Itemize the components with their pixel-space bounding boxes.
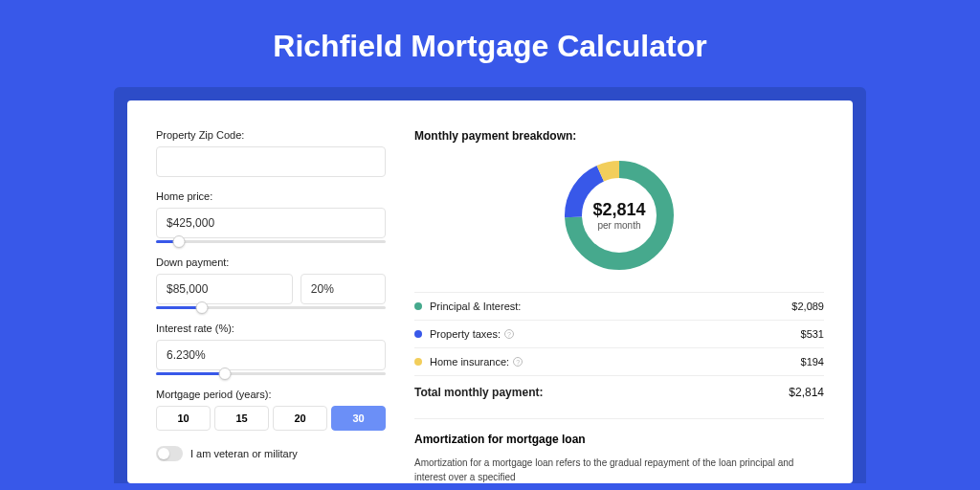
dot-icon (414, 330, 422, 338)
info-icon[interactable]: ? (504, 329, 514, 339)
zip-label: Property Zip Code: (156, 129, 386, 141)
slider-thumb-icon[interactable] (219, 368, 232, 380)
legend-value: $2,089 (791, 301, 824, 312)
amortization-title: Amortization for mortgage loan (414, 433, 824, 446)
legend-label: Home insurance: ? (430, 356, 801, 368)
interest-label: Interest rate (%): (156, 323, 386, 334)
legend-text: Property taxes: (430, 328, 501, 340)
legend-taxes: Property taxes: ? $531 (414, 320, 824, 347)
down-payment-label: Down payment: (156, 256, 386, 268)
total-value: $2,814 (789, 386, 824, 399)
dot-icon (414, 358, 422, 366)
legend-value: $194 (801, 356, 824, 368)
down-payment-field: Down payment: (156, 256, 386, 309)
home-price-field: Home price: (156, 190, 386, 243)
amortization-section: Amortization for mortgage loan Amortizat… (414, 418, 824, 483)
period-label: Mortgage period (years): (156, 389, 386, 400)
toggle-knob-icon (158, 448, 169, 459)
legend-total: Total monthly payment: $2,814 (414, 375, 824, 409)
down-payment-slider[interactable] (156, 306, 386, 309)
breakdown-title: Monthly payment breakdown: (414, 129, 824, 143)
legend-text: Home insurance: (430, 356, 509, 368)
period-option-15[interactable]: 15 (214, 406, 269, 431)
legend-insurance: Home insurance: ? $194 (414, 347, 824, 375)
period-option-10[interactable]: 10 (156, 406, 211, 431)
down-payment-input[interactable] (156, 274, 293, 304)
legend-value: $531 (801, 328, 824, 340)
calculator-card: Property Zip Code: Home price: Down paym… (127, 100, 853, 483)
home-price-slider[interactable] (156, 240, 386, 243)
zip-field: Property Zip Code: (156, 129, 386, 177)
period-field: Mortgage period (years): 10 15 20 30 (156, 389, 386, 431)
slider-thumb-icon[interactable] (196, 301, 209, 314)
legend-label: Property taxes: ? (430, 328, 801, 340)
donut-center-value: $2,814 (592, 200, 645, 220)
home-price-label: Home price: (156, 190, 386, 202)
veteran-toggle[interactable] (156, 446, 183, 461)
interest-input[interactable] (156, 340, 386, 370)
zip-input[interactable] (156, 146, 386, 177)
interest-slider[interactable] (156, 372, 386, 375)
period-option-30[interactable]: 30 (331, 406, 386, 431)
down-payment-pct-input[interactable] (301, 274, 386, 304)
period-option-20[interactable]: 20 (273, 406, 327, 431)
breakdown-panel: Monthly payment breakdown: $2,814 per mo… (414, 129, 824, 483)
donut-center-sub: per month (597, 220, 640, 231)
veteran-label: I am veteran or military (190, 448, 298, 459)
card-container: Property Zip Code: Home price: Down paym… (114, 87, 866, 483)
page-title: Richfield Mortgage Calculator (0, 0, 980, 87)
home-price-input[interactable] (156, 208, 386, 238)
donut-chart: $2,814 per month (414, 158, 824, 273)
legend-principal: Principal & Interest: $2,089 (414, 292, 824, 320)
slider-thumb-icon[interactable] (173, 235, 186, 248)
interest-field: Interest rate (%): (156, 323, 386, 375)
period-group: 10 15 20 30 (156, 406, 386, 431)
amortization-body: Amortization for a mortgage loan refers … (414, 456, 824, 483)
total-label: Total monthly payment: (414, 386, 789, 399)
legend-label: Principal & Interest: (430, 301, 791, 312)
form-panel: Property Zip Code: Home price: Down paym… (156, 129, 386, 483)
veteran-row: I am veteran or military (156, 446, 386, 461)
dot-icon (414, 302, 422, 310)
info-icon[interactable]: ? (513, 357, 523, 367)
